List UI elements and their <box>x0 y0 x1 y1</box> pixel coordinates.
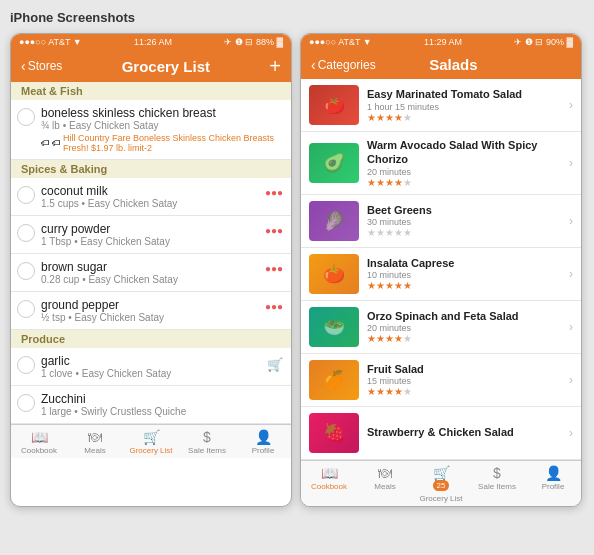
tab-label: Sale Items <box>478 482 516 491</box>
item-text: boneless skinless chicken breast ¾ lb • … <box>41 106 283 153</box>
recipe-name: Easy Marinated Tomato Salad <box>367 87 561 101</box>
status-bar-left: ●●●○○ AT&T ▼ 11:26 AM ✈ ❶ ⊟ 88% ▓ <box>11 34 291 50</box>
item-name: Zucchini <box>41 392 283 406</box>
item-text: brown sugar 0.28 cup • Easy Chicken Sata… <box>41 260 259 285</box>
recipe-info: Fruit Salad 15 minutes ★★★★★ <box>367 362 561 397</box>
tab-sale-items-right[interactable]: $ Sale Items <box>472 465 522 503</box>
tab-cookbook-right[interactable]: 📖 Cookbook <box>304 465 354 503</box>
recipe-info: Easy Marinated Tomato Salad 1 hour 15 mi… <box>367 87 561 122</box>
list-item[interactable]: boneless skinless chicken breast ¾ lb • … <box>11 100 291 160</box>
chevron-right-icon: › <box>569 320 573 334</box>
recipe-name: Strawberry & Chicken Salad <box>367 425 561 439</box>
cookbook-icon: 📖 <box>321 465 338 481</box>
item-name: ground pepper <box>41 298 259 312</box>
tab-label: Profile <box>542 482 565 491</box>
profile-icon: 👤 <box>545 465 562 481</box>
badge-icon1: 🏷 <box>41 138 50 148</box>
back-button-right[interactable]: ‹ Categories <box>311 57 376 73</box>
status-left: ●●●○○ AT&T ▼ <box>19 37 82 47</box>
thumb-decoration: 🍅 <box>309 254 359 294</box>
grocery-list-content: Meat & Fish boneless skinless chicken br… <box>11 82 291 424</box>
recipe-item[interactable]: 🥬 Beet Greens 30 minutes ★★★★★ › <box>301 195 581 248</box>
recipe-item[interactable]: 🥗 Orzo Spinach and Feta Salad 20 minutes… <box>301 301 581 354</box>
status-left: ●●●○○ AT&T ▼ <box>309 37 372 47</box>
recipe-item[interactable]: 🍅 Insalata Caprese 10 minutes ★★★★★ › <box>301 248 581 301</box>
item-detail: 1 clove • Easy Chicken Satay <box>41 368 261 379</box>
profile-icon: 👤 <box>255 429 272 445</box>
recipe-item[interactable]: 🍅 Easy Marinated Tomato Salad 1 hour 15 … <box>301 79 581 132</box>
tab-bar-right: 📖 Cookbook 🍽 Meals 🛒25 Grocery List $ Sa… <box>301 460 581 506</box>
recipe-info: Beet Greens 30 minutes ★★★★★ <box>367 203 561 238</box>
meals-icon: 🍽 <box>378 465 392 481</box>
tab-grocery-list-right[interactable]: 🛒25 Grocery List <box>416 465 466 503</box>
recipe-info: Orzo Spinach and Feta Salad 20 minutes ★… <box>367 309 561 344</box>
list-item[interactable]: curry powder 1 Tbsp • Easy Chicken Satay… <box>11 216 291 254</box>
recipe-stars: ★★★★★ <box>367 112 561 123</box>
chevron-right-icon: › <box>569 156 573 170</box>
checkbox[interactable] <box>17 186 35 204</box>
tab-label: Cookbook <box>21 446 57 455</box>
status-right: ✈ ❶ ⊟ 88% ▓ <box>224 37 283 47</box>
recipe-name: Beet Greens <box>367 203 561 217</box>
status-right: ✈ ❶ ⊟ 90% ▓ <box>514 37 573 47</box>
chevron-right-icon: › <box>569 98 573 112</box>
meals-icon: 🍽 <box>88 429 102 445</box>
recipe-stars: ★★★★★ <box>367 280 561 291</box>
sale-icon: $ <box>203 429 211 445</box>
chevron-icon: ‹ <box>21 58 26 74</box>
thumb-decoration: 🥑 <box>309 143 359 183</box>
back-button-left[interactable]: ‹ Stores <box>21 58 62 74</box>
checkbox[interactable] <box>17 394 35 412</box>
recipe-thumbnail: 🥬 <box>309 201 359 241</box>
recipe-thumbnail: 🥑 <box>309 143 359 183</box>
item-detail: 1.5 cups • Easy Chicken Satay <box>41 198 259 209</box>
tab-profile[interactable]: 👤 Profile <box>238 429 288 455</box>
checkbox[interactable] <box>17 224 35 242</box>
tab-meals-right[interactable]: 🍽 Meals <box>360 465 410 503</box>
recipe-time: 1 hour 15 minutes <box>367 102 561 112</box>
chevron-icon: ‹ <box>311 57 316 73</box>
status-bar-right: ●●●○○ AT&T ▼ 11:29 AM ✈ ❶ ⊟ 90% ▓ <box>301 34 581 50</box>
chevron-right-icon: › <box>569 426 573 440</box>
tab-grocery-list[interactable]: 🛒 Grocery List <box>126 429 176 455</box>
tab-profile-right[interactable]: 👤 Profile <box>528 465 578 503</box>
recipe-item[interactable]: 🥑 Warm Avocado Salad With Spicy Chorizo … <box>301 132 581 195</box>
nav-title-left: Grocery List <box>122 58 210 75</box>
add-button[interactable]: + <box>269 56 281 76</box>
section-produce: Produce <box>11 330 291 348</box>
item-text: curry powder 1 Tbsp • Easy Chicken Satay <box>41 222 259 247</box>
item-name: garlic <box>41 354 261 368</box>
list-item[interactable]: ground pepper ½ tsp • Easy Chicken Satay… <box>11 292 291 330</box>
item-badge: 🏷 🏷 Hill Country Fare Boneless Skinless … <box>41 133 283 153</box>
thumb-decoration: 🍓 <box>309 413 359 453</box>
list-item[interactable]: brown sugar 0.28 cup • Easy Chicken Sata… <box>11 254 291 292</box>
recipe-item[interactable]: 🍓 Strawberry & Chicken Salad › <box>301 407 581 460</box>
checkbox[interactable] <box>17 300 35 318</box>
checkbox[interactable] <box>17 262 35 280</box>
checkbox[interactable] <box>17 108 35 126</box>
thumb-decoration: 🍅 <box>309 85 359 125</box>
list-item[interactable]: Zucchini 1 large • Swirly Crustless Quic… <box>11 386 291 424</box>
sale-icon: $ <box>493 465 501 481</box>
list-item[interactable]: garlic 1 clove • Easy Chicken Satay 🛒 <box>11 348 291 386</box>
thumb-decoration: 🥬 <box>309 201 359 241</box>
item-name: coconut milk <box>41 184 259 198</box>
tab-cookbook[interactable]: 📖 Cookbook <box>14 429 64 455</box>
recipe-stars: ★★★★★ <box>367 333 561 344</box>
tab-sale-items[interactable]: $ Sale Items <box>182 429 232 455</box>
checkbox[interactable] <box>17 356 35 374</box>
item-name: boneless skinless chicken breast <box>41 106 283 120</box>
item-text: garlic 1 clove • Easy Chicken Satay <box>41 354 261 379</box>
recipe-time: 30 minutes <box>367 217 561 227</box>
list-item[interactable]: coconut milk 1.5 cups • Easy Chicken Sat… <box>11 178 291 216</box>
recipe-stars: ★★★★★ <box>367 227 561 238</box>
tab-meals[interactable]: 🍽 Meals <box>70 429 120 455</box>
badge-count: 25 <box>433 480 450 491</box>
section-spices: Spices & Baking <box>11 160 291 178</box>
status-center: 11:29 AM <box>424 37 462 47</box>
recipe-name: Fruit Salad <box>367 362 561 376</box>
item-text: coconut milk 1.5 cups • Easy Chicken Sat… <box>41 184 259 209</box>
recipe-info: Strawberry & Chicken Salad <box>367 425 561 439</box>
recipe-item[interactable]: 🍊 Fruit Salad 15 minutes ★★★★★ › <box>301 354 581 407</box>
item-dots: ●●● <box>265 301 283 312</box>
